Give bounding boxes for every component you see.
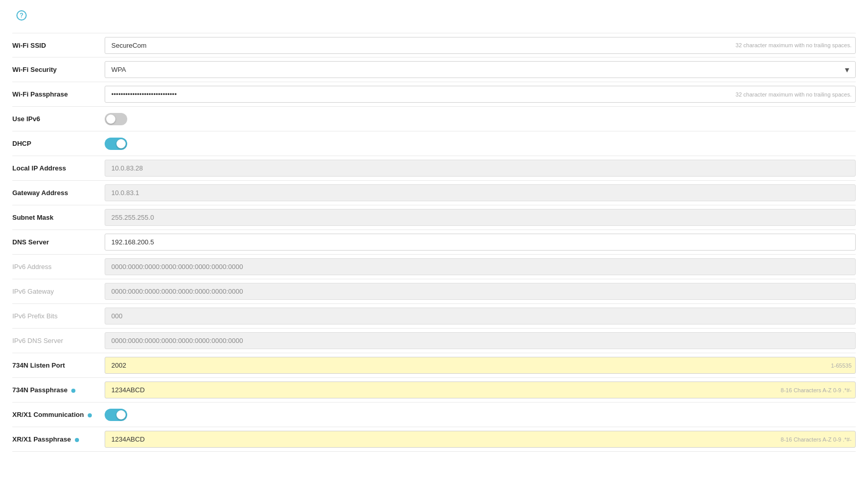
label-use-ipv6: Use IPv6	[12, 110, 105, 128]
input-listen-port[interactable]	[105, 357, 856, 374]
toggle-thumb	[116, 410, 126, 419]
page-container: ? Wi-Fi SSID32 character maximum with no…	[0, 0, 868, 462]
form-row-xr-x1-comm: XR/X1 Communication	[12, 403, 856, 427]
page-title-row: ?	[12, 10, 856, 21]
form-row-ipv6-prefix-bits: IPv6 Prefix Bits	[12, 304, 856, 329]
form-row-subnet-mask: Subnet Mask	[12, 205, 856, 230]
form-row-wifi-ssid: Wi-Fi SSID32 character maximum with no t…	[12, 33, 856, 58]
form-row-wifi-passphrase: Wi-Fi Passphrase32 character maximum wit…	[12, 82, 856, 107]
input-ipv6-dns-server	[105, 332, 856, 349]
label-passphrase-734n: 734N Passphrase	[12, 381, 105, 399]
input-local-ip	[105, 160, 856, 177]
label-ipv6-dns-server: IPv6 DNS Server	[12, 332, 105, 350]
value-cell-wifi-ssid: 32 character maximum with no trailing sp…	[105, 34, 856, 57]
input-subnet-mask	[105, 209, 856, 226]
label-xr-x1-passphrase: XR/X1 Passphrase	[12, 430, 105, 448]
label-wifi-security: Wi-Fi Security	[12, 61, 105, 79]
value-cell-passphrase-734n: 8-16 Characters A-Z 0-9 .*#-	[105, 378, 856, 401]
input-wifi-ssid[interactable]	[105, 37, 856, 54]
value-cell-wifi-security: NoneWEPWPAWPA2▼	[105, 58, 856, 81]
blue-dot	[88, 413, 92, 417]
blue-dot	[71, 389, 75, 393]
label-listen-port: 734N Listen Port	[12, 356, 105, 374]
form-row-dns-server: DNS Server	[12, 230, 856, 255]
toggle-dhcp[interactable]	[105, 138, 127, 150]
select-wifi-security[interactable]: NoneWEPWPAWPA2	[105, 61, 856, 78]
value-cell-local-ip	[105, 157, 856, 180]
toggle-thumb	[106, 114, 115, 124]
value-cell-ipv6-gateway	[105, 280, 856, 303]
label-local-ip: Local IP Address	[12, 159, 105, 177]
form-row-ipv6-address: IPv6 Address	[12, 255, 856, 279]
input-ipv6-address	[105, 258, 856, 275]
label-gateway-address: Gateway Address	[12, 184, 105, 202]
form-row-xr-x1-passphrase: XR/X1 Passphrase 8-16 Characters A-Z 0-9…	[12, 427, 856, 452]
input-dns-server[interactable]	[105, 234, 856, 251]
label-wifi-passphrase: Wi-Fi Passphrase	[12, 85, 105, 103]
toggle-track	[105, 138, 127, 150]
form-row-ipv6-gateway: IPv6 Gateway	[12, 279, 856, 304]
input-xr-x1-passphrase[interactable]	[105, 431, 856, 448]
toggle-use-ipv6[interactable]	[105, 113, 127, 125]
toggle-thumb	[116, 139, 126, 148]
value-cell-xr-x1-passphrase: 8-16 Characters A-Z 0-9 .*#-	[105, 428, 856, 451]
value-cell-subnet-mask	[105, 206, 856, 229]
label-ipv6-gateway: IPv6 Gateway	[12, 282, 105, 300]
value-cell-dhcp	[105, 135, 856, 153]
form-row-listen-port: 734N Listen Port1-65535	[12, 353, 856, 378]
label-wifi-ssid: Wi-Fi SSID	[12, 36, 105, 54]
value-cell-gateway-address	[105, 181, 856, 204]
toggle-track	[105, 409, 127, 421]
form-row-passphrase-734n: 734N Passphrase 8-16 Characters A-Z 0-9 …	[12, 378, 856, 403]
form-section: Wi-Fi SSID32 character maximum with no t…	[12, 33, 856, 452]
toggle-track	[105, 113, 127, 125]
input-wifi-passphrase[interactable]	[105, 86, 856, 103]
input-passphrase-734n[interactable]	[105, 381, 856, 398]
value-cell-wifi-passphrase: 32 character maximum with no trailing sp…	[105, 83, 856, 106]
form-row-ipv6-dns-server: IPv6 DNS Server	[12, 329, 856, 353]
help-icon[interactable]: ?	[16, 10, 27, 21]
value-cell-xr-x1-comm	[105, 406, 856, 424]
value-cell-ipv6-prefix-bits	[105, 304, 856, 328]
label-dhcp: DHCP	[12, 135, 105, 152]
input-ipv6-prefix-bits	[105, 308, 856, 324]
form-row-local-ip: Local IP Address	[12, 156, 856, 181]
label-ipv6-address: IPv6 Address	[12, 258, 105, 276]
value-cell-use-ipv6	[105, 110, 856, 128]
label-xr-x1-comm: XR/X1 Communication	[12, 406, 105, 424]
value-cell-ipv6-address	[105, 255, 856, 278]
label-ipv6-prefix-bits: IPv6 Prefix Bits	[12, 307, 105, 325]
form-row-dhcp: DHCP	[12, 131, 856, 156]
value-cell-dns-server	[105, 231, 856, 254]
input-gateway-address	[105, 184, 856, 201]
value-cell-ipv6-dns-server	[105, 329, 856, 352]
form-row-gateway-address: Gateway Address	[12, 181, 856, 205]
label-dns-server: DNS Server	[12, 233, 105, 251]
toggle-xr-x1-comm[interactable]	[105, 409, 127, 421]
label-subnet-mask: Subnet Mask	[12, 208, 105, 226]
form-row-use-ipv6: Use IPv6	[12, 107, 856, 131]
select-wrapper-wifi-security: NoneWEPWPAWPA2▼	[105, 61, 856, 78]
blue-dot	[75, 438, 79, 442]
form-row-wifi-security: Wi-Fi SecurityNoneWEPWPAWPA2▼	[12, 58, 856, 82]
input-ipv6-gateway	[105, 283, 856, 300]
value-cell-listen-port: 1-65535	[105, 354, 856, 377]
